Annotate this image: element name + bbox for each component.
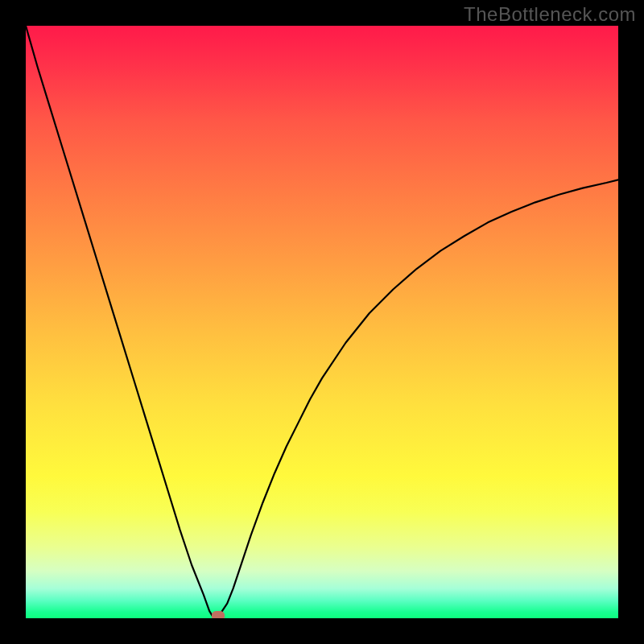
plot-area bbox=[26, 26, 618, 618]
bottleneck-curve bbox=[26, 26, 618, 618]
chart-container: TheBottleneck.com bbox=[0, 0, 644, 644]
watermark-text: TheBottleneck.com bbox=[464, 3, 636, 26]
optimum-marker bbox=[212, 611, 225, 618]
